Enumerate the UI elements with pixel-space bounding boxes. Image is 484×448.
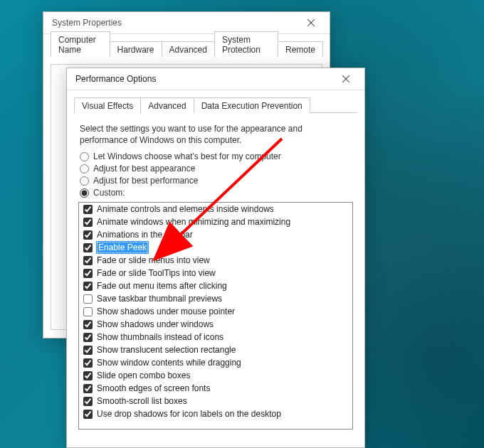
effect-checkbox[interactable] [83, 230, 93, 240]
effect-label: Show shadows under mouse pointer [97, 306, 235, 316]
list-item[interactable]: Animations in the taskbar [79, 228, 352, 241]
list-item[interactable]: Animate controls and elements inside win… [79, 203, 352, 215]
tab-perf-advanced[interactable]: Advanced [140, 97, 194, 113]
effect-label: Animations in the taskbar [97, 230, 193, 240]
tab-computer-name[interactable]: Computer Name [51, 31, 110, 57]
effect-label: Enable Peek [97, 242, 148, 253]
tab-system-protection[interactable]: System Protection [214, 31, 278, 57]
visual-effects-list[interactable]: Animate controls and elements inside win… [78, 202, 353, 430]
tab-visual-effects[interactable]: Visual Effects [74, 97, 141, 114]
list-item[interactable]: Fade or slide menus into view [79, 254, 352, 267]
radio-best-performance[interactable]: Adjust for best performance [80, 176, 352, 186]
tab-advanced[interactable]: Advanced [162, 41, 215, 58]
effect-checkbox[interactable] [83, 397, 93, 406]
effect-checkbox[interactable] [83, 371, 93, 380]
visual-effects-panel: Select the settings you want to use for … [67, 113, 364, 430]
performance-options-titlebar[interactable]: Performance Options [67, 68, 364, 90]
list-item[interactable]: Save taskbar thumbnail previews [79, 292, 352, 305]
radio-let-windows-choose-input[interactable] [80, 152, 89, 161]
effect-checkbox[interactable] [83, 269, 93, 278]
effect-label: Show shadows under windows [97, 319, 214, 329]
visual-effects-radio-group: Let Windows choose what's best for my co… [80, 151, 352, 198]
list-item[interactable]: Smooth-scroll list boxes [79, 395, 352, 407]
effect-label: Smooth edges of screen fonts [97, 383, 210, 393]
close-icon[interactable] [297, 13, 325, 33]
effect-checkbox[interactable] [83, 410, 93, 419]
close-icon[interactable] [332, 69, 360, 89]
list-item[interactable]: Show shadows under mouse pointer [79, 305, 352, 318]
radio-custom-input[interactable] [80, 188, 89, 198]
radio-best-performance-input[interactable] [80, 176, 89, 186]
system-properties-tabs: Computer Name Hardware Advanced System P… [43, 34, 330, 57]
effect-checkbox[interactable] [83, 320, 93, 329]
tab-remote[interactable]: Remote [278, 41, 323, 57]
radio-custom[interactable]: Custom: [80, 188, 352, 198]
performance-options-window: Performance Options Visual Effects Advan… [66, 68, 365, 448]
effect-label: Animate windows when minimizing and maxi… [97, 217, 290, 227]
effect-label: Save taskbar thumbnail previews [97, 294, 222, 304]
effect-label: Fade out menu items after clicking [97, 281, 227, 291]
list-item[interactable]: Slide open combo boxes [79, 369, 352, 382]
effect-checkbox[interactable] [83, 243, 93, 252]
radio-let-windows-choose[interactable]: Let Windows choose what's best for my co… [80, 151, 352, 161]
effect-checkbox[interactable] [83, 282, 93, 291]
desktop-background: System Properties Computer Name Hardware… [0, 0, 484, 448]
list-item[interactable]: Show translucent selection rectangle [79, 343, 352, 356]
list-item[interactable]: Show window contents while dragging [79, 356, 352, 369]
list-item[interactable]: Animate windows when minimizing and maxi… [79, 215, 352, 228]
tab-hardware[interactable]: Hardware [110, 41, 162, 57]
effect-label: Use drop shadows for icon labels on the … [97, 409, 281, 419]
effect-checkbox[interactable] [83, 307, 93, 316]
list-item[interactable]: Enable Peek [79, 241, 352, 254]
radio-label: Let Windows choose what's best for my co… [93, 151, 281, 161]
effect-label: Show thumbnails instead of icons [97, 332, 223, 342]
effect-checkbox[interactable] [83, 384, 93, 393]
radio-label: Adjust for best performance [93, 176, 198, 186]
effect-label: Fade or slide ToolTips into view [97, 268, 216, 278]
radio-best-appearance-input[interactable] [80, 164, 89, 174]
effect-label: Fade or slide menus into view [97, 255, 210, 265]
effect-label: Animate controls and elements inside win… [97, 204, 274, 214]
list-item[interactable]: Show thumbnails instead of icons [79, 331, 352, 343]
list-item[interactable]: Show shadows under windows [79, 318, 352, 331]
effect-label: Show window contents while dragging [97, 358, 241, 368]
list-item[interactable]: Fade or slide ToolTips into view [79, 267, 352, 279]
tab-dep[interactable]: Data Execution Prevention [194, 97, 310, 113]
effect-label: Slide open combo boxes [97, 370, 190, 380]
performance-options-title: Performance Options [75, 74, 332, 84]
radio-label: Adjust for best appearance [93, 164, 195, 174]
performance-options-tabs: Visual Effects Advanced Data Execution P… [67, 90, 364, 113]
radio-label: Custom: [93, 188, 125, 198]
effect-checkbox[interactable] [83, 256, 93, 265]
effect-checkbox[interactable] [83, 205, 93, 214]
list-item[interactable]: Fade out menu items after clicking [79, 279, 352, 292]
effect-label: Smooth-scroll list boxes [97, 396, 187, 406]
list-item[interactable]: Use drop shadows for icon labels on the … [79, 407, 352, 420]
effect-checkbox[interactable] [83, 294, 93, 304]
radio-best-appearance[interactable]: Adjust for best appearance [80, 164, 352, 174]
system-properties-title: System Properties [52, 18, 297, 28]
effect-checkbox[interactable] [83, 346, 93, 355]
visual-effects-description: Select the settings you want to use for … [80, 123, 352, 146]
effect-label: Show translucent selection rectangle [97, 345, 236, 355]
effect-checkbox[interactable] [83, 218, 93, 227]
effect-checkbox[interactable] [83, 333, 93, 342]
list-item[interactable]: Smooth edges of screen fonts [79, 382, 352, 395]
effect-checkbox[interactable] [83, 358, 93, 368]
